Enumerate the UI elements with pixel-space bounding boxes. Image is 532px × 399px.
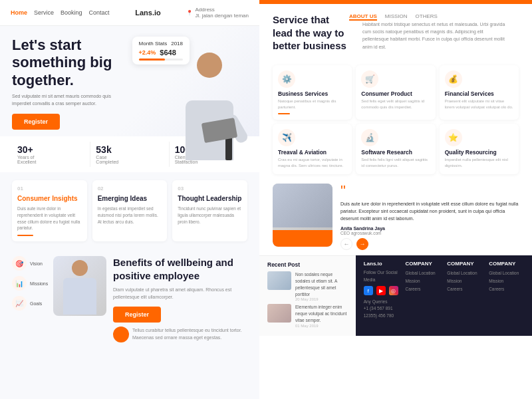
navbar: Home Service Booking Contact Lans.io 📍 A… — [0, 0, 259, 26]
quote-mark: " — [340, 184, 519, 198]
service-card-business[interactable]: ⚙️ Business Services Natoque penatibus e… — [273, 65, 352, 120]
business-services-icon: ⚙️ — [278, 70, 295, 88]
footer-social-label: Follow Our Social Media — [364, 269, 399, 283]
benefit-vision: 🎯 Vision — [12, 256, 45, 271]
nav-booking[interactable]: Booking — [61, 9, 82, 16]
feature-num-1: 01 — [17, 186, 82, 192]
feature-emerging-ideas[interactable]: 02 Emerging Ideas In egestas erat imperd… — [92, 180, 168, 241]
footer-company-2-link-2[interactable]: Mission — [447, 277, 482, 285]
missions-label: Missions — [30, 281, 48, 286]
consumer-product-icon: 🛒 — [361, 70, 378, 88]
post-date-2: 01 May 2019 — [295, 324, 348, 328]
card-progress-bar — [139, 59, 183, 61]
tab-others[interactable]: OTHERS — [416, 13, 438, 21]
facebook-icon[interactable]: f — [364, 286, 373, 295]
travel-aviation-icon: ✈️ — [278, 129, 295, 146]
feature-desc-1: Duis aute irure dolor in reprehenderit i… — [17, 205, 82, 231]
right-panel: Service that lead the way to better busi… — [259, 0, 532, 399]
footer-company-2-link-1[interactable]: Global Location — [447, 269, 482, 277]
software-research-icon: 🔬 — [361, 129, 378, 146]
footer-brand: Lans.io — [364, 261, 399, 267]
testimonial-role: CEO agrosawuk.com — [340, 231, 519, 235]
software-research-name: Software Research — [361, 149, 430, 156]
hero-title: Let's start something big together. — [12, 37, 132, 89]
benefits-desc: Diam vulputate ut pharetra sit amet aliq… — [113, 286, 247, 301]
service-header: Service that lead the way to better busi… — [259, 4, 532, 61]
card-value: $648 — [160, 49, 176, 57]
service-title: Service that lead the way to better busi… — [273, 13, 349, 53]
benefits-content: Benefits of wellbeing and positive emplo… — [113, 256, 247, 346]
features-section: 01 Consumer Insights Duis aute irure dol… — [0, 172, 259, 249]
footer-company-1-title: COMPANY — [406, 261, 441, 267]
benefits-testimonial: Tellus curabitur tellus pellentesque eu … — [132, 327, 247, 341]
post-item-1[interactable]: Non sodales neque sodales ut etiam sit. … — [267, 271, 348, 301]
nav-home[interactable]: Home — [11, 9, 27, 16]
post-item-2[interactable]: Elementum integer enim neque volutpat ac… — [267, 304, 348, 327]
financial-services-desc: Praesent elit vulputate mi sit vitae lor… — [445, 98, 513, 110]
quality-resourcing-icon: ⭐ — [445, 129, 462, 146]
service-grid: ⚙️ Business Services Natoque penatibus e… — [259, 61, 532, 178]
figure-head — [197, 53, 222, 78]
goals-label: Goals — [30, 301, 42, 306]
stat-cases: 53k Case Completed — [90, 142, 169, 167]
footer-company-3-link-3[interactable]: Careers — [489, 285, 524, 293]
hero-register-button[interactable]: Register — [12, 114, 60, 130]
footer-company-1-link-3[interactable]: Careers — [406, 285, 441, 293]
testimonial-navigation: ← → — [340, 238, 519, 250]
card-percentage: +2.4% — [139, 49, 156, 56]
card-year: 2018 — [171, 41, 183, 47]
hero-subtitle: Sed vulputate mi sit amet mauris commodo… — [12, 93, 125, 107]
stat-cases-label2: Completed — [96, 160, 163, 164]
stat-years-label2: Excellent — [17, 160, 84, 164]
footer-queries-label: Any Queries — [364, 299, 399, 305]
quality-resourcing-name: Quality Resourcing — [445, 149, 513, 156]
post-text-1: Non sodales neque sodales ut etiam sit. … — [295, 271, 348, 297]
nav-contact[interactable]: Contact — [89, 9, 110, 16]
card-progress-fill — [139, 59, 166, 61]
testimonial-prev-button[interactable]: ← — [340, 238, 352, 250]
left-panel: Home Service Booking Contact Lans.io 📍 A… — [0, 0, 259, 399]
travel-aviation-name: Treaval & Aviation — [278, 149, 346, 156]
consumer-product-name: Consumer Product — [361, 90, 430, 97]
footer-company-2-link-3[interactable]: Careers — [447, 285, 482, 293]
youtube-icon[interactable]: ▶ — [376, 286, 386, 295]
feature-thought-leadership[interactable]: 03 Thought Leadership Tincidunt nunc pul… — [172, 180, 247, 241]
service-card-software[interactable]: 🔬 Software Research Sed felis felis lign… — [356, 124, 435, 174]
feature-consumer-insights[interactable]: 01 Consumer Insights Duis aute irure dol… — [12, 180, 87, 241]
testimonial-text: Duis aute iure dolor in reprehenderit in… — [340, 200, 519, 223]
stat-years: 30+ Years of Excellent — [12, 142, 90, 167]
feature-num-2: 02 — [98, 186, 162, 192]
tab-mission[interactable]: MISSION — [385, 13, 408, 21]
footer-company-3-link-2[interactable]: Mission — [489, 277, 524, 285]
goals-icon: 📈 — [12, 296, 27, 311]
feature-desc-3: Tincidunt nunc pulvinar sapien et ligula… — [178, 205, 242, 225]
tab-about-us[interactable]: ABOUT US — [349, 13, 377, 21]
footer-company-3-link-1[interactable]: Global Location — [489, 269, 524, 277]
footer-company-1-link-2[interactable]: Mission — [406, 277, 441, 285]
service-card-quality[interactable]: ⭐ Quality Resourcing Imperdiet nulla pel… — [440, 124, 519, 174]
testimonial-next-button[interactable]: → — [356, 238, 368, 250]
nav-links: Home Service Booking Contact — [11, 9, 110, 16]
footer-company-3-title: COMPANY — [489, 261, 524, 267]
about-tabs: ABOUT US MISSION OTHERS — [349, 13, 519, 21]
travel-aviation-desc: Cras eu mi augue tortor, vulputate in ma… — [278, 157, 346, 169]
stat-cases-label1: Case — [96, 155, 163, 160]
footer-company-1-link-1[interactable]: Global Location — [406, 269, 441, 277]
stat-cases-num: 53k — [96, 144, 163, 155]
nav-logo: Lans.io — [135, 9, 161, 17]
service-card-travel[interactable]: ✈️ Treaval & Aviation Cras eu mi augue t… — [273, 124, 352, 174]
benefits-register-button[interactable]: Register — [113, 307, 161, 323]
business-services-name: Business Services — [278, 90, 346, 97]
nav-service[interactable]: Service — [34, 9, 54, 16]
recent-post-title: Recent Post — [267, 261, 348, 268]
service-card-consumer[interactable]: 🛒 Consumer Product Sed felis eget velit … — [356, 65, 435, 120]
benefits-title: Benefits of wellbeing and positive emplo… — [113, 256, 247, 282]
business-services-desc: Natoque penatibus et magnis dis parturie… — [278, 98, 346, 110]
feature-line-1 — [17, 235, 33, 236]
instagram-icon[interactable]: ◎ — [389, 286, 398, 295]
feature-title-1: Consumer Insights — [17, 194, 82, 203]
service-card-financial[interactable]: 💰 Financial Services Praesent elit vulpu… — [440, 65, 519, 120]
footer-company-2-title: COMPANY — [447, 261, 482, 267]
nav-address: 📍 Address Jl. jalan dengan teman — [186, 7, 249, 19]
benefit-goals: 📈 Goals — [12, 296, 45, 311]
